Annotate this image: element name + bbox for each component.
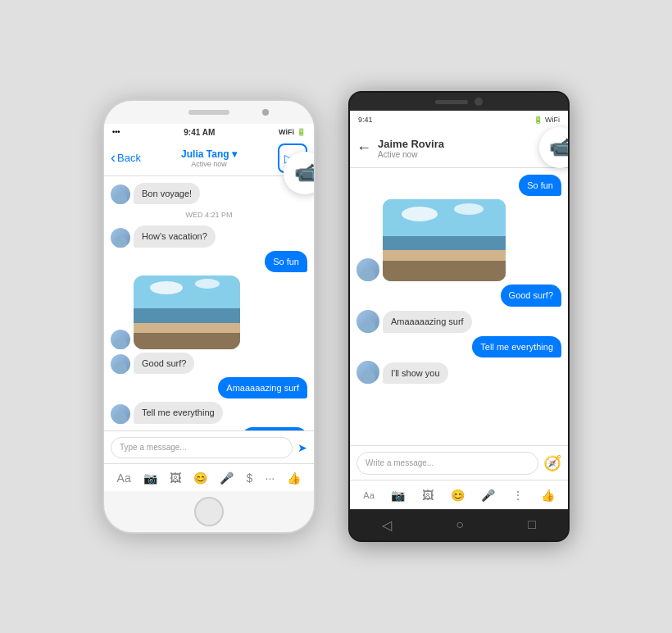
- like-icon[interactable]: 👍: [287, 471, 301, 485]
- ios-input-bar: Type a message... ➤: [104, 430, 314, 463]
- svg-point-10: [402, 207, 438, 221]
- android-send-button[interactable]: 🧭: [543, 454, 561, 472]
- home-button[interactable]: [194, 497, 224, 526]
- ios-active-status: Active now: [181, 160, 237, 168]
- iphone-home-area: [104, 491, 314, 532]
- android-header: ← Jaime Rovira Active now ⓘ: [350, 129, 568, 168]
- message-bubble-received: Good surf?: [134, 353, 194, 374]
- table-row: Good surf?: [111, 353, 307, 374]
- message-bubble-sent: Amaaaaazing surf: [218, 377, 307, 398]
- android-time: 9:41: [358, 116, 373, 124]
- android-contact-name[interactable]: Jaime Rovira: [378, 138, 542, 150]
- android-device: 9:41 🔋 WiFi ← Jaime Rovira Active now ⓘ: [348, 91, 570, 542]
- android-input-placeholder: Write a message...: [366, 458, 434, 467]
- android-speaker: [435, 100, 468, 104]
- android-toolbar: Aa 📷 🖼 😊 🎤 ⋮ 👍: [350, 480, 568, 509]
- scene: ••• 9:41 AM WiFi 🔋 ‹ Back Julia Tang ▾: [0, 0, 672, 633]
- avatar: [111, 228, 130, 248]
- mic-icon[interactable]: 🎤: [220, 471, 234, 485]
- camera-icon[interactable]: 📷: [143, 471, 157, 485]
- ios-messages-list: Bon voyage! WED 4:21 PM How's vacation? …: [104, 176, 314, 430]
- android-status-bar: 9:41 🔋 WiFi: [350, 111, 568, 129]
- android-input-bar: Write a message... 🧭: [350, 445, 568, 480]
- table-row: [111, 276, 307, 349]
- dropdown-arrow-icon: ▾: [232, 148, 237, 160]
- ios-send-button[interactable]: ➤: [297, 441, 307, 454]
- back-chevron-icon: ‹: [111, 149, 116, 166]
- ios-signal-dots: •••: [112, 128, 120, 136]
- svg-point-4: [150, 281, 183, 294]
- ios-message-input[interactable]: Type a message...: [111, 437, 293, 458]
- table-row: Bon voyage!: [111, 183, 307, 204]
- message-bubble-received: Bon voyage!: [134, 183, 200, 204]
- iphone-notch: [104, 101, 314, 124]
- message-bubble-received: Tell me everything: [134, 402, 223, 423]
- ios-toolbar: Aa 📷 🖼 😊 🎤 $ ··· 👍: [104, 463, 314, 491]
- ios-contact-name[interactable]: Julia Tang ▾: [181, 148, 237, 160]
- svg-point-5: [195, 279, 220, 289]
- message-image: [134, 276, 240, 349]
- table-row: So fun: [111, 251, 307, 272]
- avatar: [111, 404, 130, 424]
- android-recents-nav-icon[interactable]: □: [528, 517, 536, 532]
- avatar: [111, 354, 130, 374]
- android-screen: 9:41 🔋 WiFi ← Jaime Rovira Active now ⓘ: [350, 111, 568, 509]
- table-row: Amaaaaazing surf: [356, 310, 561, 333]
- message-bubble-sent: So fun: [265, 251, 307, 272]
- avatar: [356, 258, 379, 281]
- android-video-badge-icon: 📹: [549, 137, 570, 158]
- message-bubble-received: Amaaaaazing surf: [383, 311, 472, 332]
- iphone-speaker: [188, 110, 229, 115]
- aa-icon[interactable]: Aa: [363, 490, 374, 500]
- date-divider: WED 4:21 PM: [111, 211, 307, 219]
- more-icon[interactable]: ⋮: [512, 489, 524, 502]
- message-bubble-received: How's vacation?: [134, 225, 216, 247]
- table-row: I'll show you: [356, 361, 561, 384]
- svg-point-11: [454, 203, 484, 215]
- table-row: Amaaaaazing surf: [111, 377, 307, 398]
- ios-time: 9:41 AM: [184, 128, 215, 137]
- ios-back-label: Back: [117, 152, 141, 164]
- android-message-input[interactable]: Write a message...: [356, 452, 538, 475]
- message-bubble-sent: Good surf?: [501, 285, 561, 306]
- emoji-icon[interactable]: 😊: [451, 489, 465, 502]
- message-bubble-sent: Tell me everything: [472, 336, 561, 357]
- ios-header: ‹ Back Julia Tang ▾ Active now ▷□: [104, 140, 314, 176]
- android-active-status: Active now: [378, 150, 542, 159]
- android-messages-list: So fun: [350, 168, 568, 445]
- iphone-camera: [262, 109, 269, 116]
- android-nav-bar: ◁ ○ □: [350, 509, 568, 540]
- more-icon[interactable]: ···: [266, 471, 275, 485]
- image-icon[interactable]: 🖼: [170, 471, 181, 485]
- android-back-button[interactable]: ←: [356, 139, 371, 157]
- ios-battery-icon: 🔋: [297, 128, 306, 136]
- android-wifi-icon: WiFi: [545, 116, 560, 124]
- ios-status-bar: ••• 9:41 AM WiFi 🔋: [104, 124, 314, 140]
- mic-icon[interactable]: 🎤: [481, 489, 495, 502]
- iphone-device: ••• 9:41 AM WiFi 🔋 ‹ Back Julia Tang ▾: [102, 99, 316, 534]
- aa-icon[interactable]: Aa: [117, 471, 131, 485]
- image-icon[interactable]: 🖼: [422, 489, 434, 502]
- android-camera: [474, 98, 483, 106]
- table-row: Good surf?: [356, 285, 561, 306]
- camera-icon[interactable]: 📷: [391, 489, 405, 502]
- table-row: Tell me everything: [111, 402, 307, 423]
- svg-rect-9: [383, 261, 506, 281]
- android-home-nav-icon[interactable]: ○: [456, 517, 464, 532]
- ios-back-button[interactable]: ‹ Back: [111, 149, 141, 166]
- dollar-icon[interactable]: $: [247, 471, 253, 485]
- android-status-icons: 🔋 WiFi: [534, 116, 560, 124]
- emoji-icon[interactable]: 😊: [193, 471, 207, 485]
- svg-rect-3: [134, 333, 240, 349]
- message-bubble-sent: So fun: [519, 175, 561, 196]
- android-contact-info: Jaime Rovira Active now: [378, 138, 542, 159]
- ios-wifi-icon: WiFi: [279, 128, 294, 136]
- avatar: [111, 184, 130, 204]
- android-back-nav-icon[interactable]: ◁: [382, 517, 392, 533]
- like-icon[interactable]: 👍: [541, 489, 555, 502]
- ios-header-center: Julia Tang ▾ Active now: [181, 148, 237, 168]
- table-row: So fun: [356, 175, 561, 196]
- iphone-screen: ••• 9:41 AM WiFi 🔋 ‹ Back Julia Tang ▾: [104, 124, 314, 491]
- table-row: [356, 199, 561, 281]
- message-bubble-received: I'll show you: [383, 362, 448, 384]
